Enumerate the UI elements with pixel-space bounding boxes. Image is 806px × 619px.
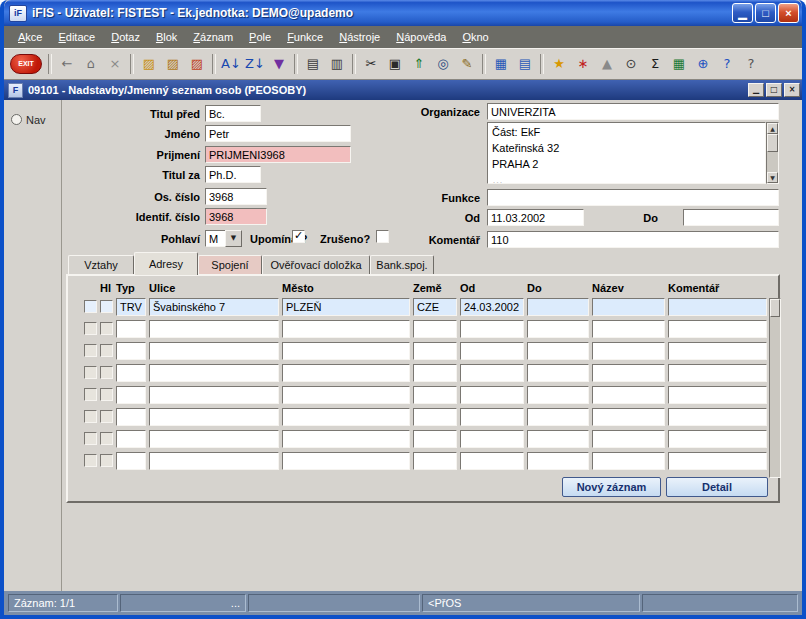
funkce-input[interactable]	[487, 189, 779, 206]
cell-typ[interactable]	[116, 364, 146, 382]
titul-za-input[interactable]: Ph.D.	[205, 166, 261, 183]
cell-typ[interactable]	[116, 452, 146, 470]
row-select-checkbox[interactable]	[84, 410, 97, 423]
list-view-icon[interactable]: ▤	[514, 53, 536, 75]
jmeno-input[interactable]: Petr	[205, 125, 351, 142]
cell-nazev[interactable]	[592, 364, 665, 382]
menu-item-blok[interactable]: Blok	[148, 28, 185, 46]
table-row[interactable]	[84, 342, 767, 360]
cell-ulice[interactable]	[149, 408, 279, 426]
print-setup-icon[interactable]: ▥	[326, 53, 348, 75]
help-icon[interactable]: ?	[716, 53, 738, 75]
copy-icon[interactable]: ▣	[384, 53, 406, 75]
cell-od[interactable]	[460, 430, 524, 448]
cell-nazev[interactable]	[592, 342, 665, 360]
tab-vztahy[interactable]: Vztahy	[68, 255, 134, 275]
cell-mesto[interactable]	[282, 430, 410, 448]
prijmeni-input[interactable]: PRIJMENI3968	[205, 146, 351, 163]
table-row[interactable]	[84, 386, 767, 404]
new-record-button[interactable]: Nový záznam	[562, 477, 661, 497]
table-row[interactable]: TRVŠvabinského 7PLZEŇCZE24.03.2002	[84, 298, 767, 316]
do-input[interactable]	[683, 209, 779, 226]
cell-od[interactable]	[460, 408, 524, 426]
cell-nazev[interactable]	[592, 408, 665, 426]
star-icon[interactable]: ★	[548, 53, 570, 75]
cell-mesto[interactable]	[282, 342, 410, 360]
tab-bank-spoj[interactable]: Bank.spoj.	[370, 255, 434, 275]
cell-typ[interactable]	[116, 342, 146, 360]
row-select-checkbox[interactable]	[84, 300, 97, 313]
cell-od[interactable]	[460, 452, 524, 470]
row-select-checkbox[interactable]	[84, 432, 97, 445]
hl-checkbox[interactable]	[100, 344, 113, 357]
zoom-icon[interactable]: ◎	[432, 53, 454, 75]
cell-zeme[interactable]	[413, 430, 457, 448]
cell-do[interactable]	[527, 364, 589, 382]
cell-komentar[interactable]	[668, 298, 767, 316]
grid-view-icon[interactable]: ▦	[490, 53, 512, 75]
delete-folder-icon[interactable]: ▨	[186, 53, 208, 75]
cell-komentar[interactable]	[668, 386, 767, 404]
cell-do[interactable]	[527, 408, 589, 426]
table-row[interactable]	[84, 364, 767, 382]
table-scrollbar[interactable]	[769, 298, 781, 478]
excel-icon[interactable]: ▦	[668, 53, 690, 75]
komentar-input[interactable]: 110	[487, 231, 779, 248]
scrollbar-thumb[interactable]	[767, 134, 778, 152]
tab-adresy[interactable]: Adresy	[134, 252, 198, 275]
hl-checkbox[interactable]	[100, 410, 113, 423]
cell-do[interactable]	[527, 386, 589, 404]
context-help-icon[interactable]: ?	[740, 53, 762, 75]
cell-typ[interactable]: TRV	[116, 298, 146, 316]
menu-item-zaznam[interactable]: Záznam	[185, 28, 241, 46]
cell-od[interactable]	[460, 320, 524, 338]
tab-spojeni[interactable]: Spojení	[198, 255, 262, 275]
menu-item-pole[interactable]: Pole	[241, 28, 279, 46]
cell-komentar[interactable]	[668, 430, 767, 448]
cell-typ[interactable]	[116, 408, 146, 426]
menu-item-dotaz[interactable]: Dotaz	[103, 28, 148, 46]
table-row[interactable]	[84, 430, 767, 448]
pohlavi-dropdown-button[interactable]: ▼	[225, 230, 242, 247]
menu-item-okno[interactable]: Okno	[454, 28, 496, 46]
cell-do[interactable]	[527, 430, 589, 448]
cell-zeme[interactable]	[413, 342, 457, 360]
cell-komentar[interactable]	[668, 452, 767, 470]
cell-ulice[interactable]	[149, 430, 279, 448]
cell-komentar[interactable]	[668, 320, 767, 338]
tab-overovaci-dolozka[interactable]: Ověřovací doložka	[262, 255, 370, 275]
cell-zeme[interactable]	[413, 452, 457, 470]
row-select-checkbox[interactable]	[84, 366, 97, 379]
home-icon[interactable]: ⌂	[80, 53, 102, 75]
menu-item-nastroje[interactable]: Nástroje	[331, 28, 388, 46]
open-folder-icon[interactable]: ▨	[138, 53, 160, 75]
cell-mesto[interactable]	[282, 386, 410, 404]
cell-zeme[interactable]	[413, 320, 457, 338]
hl-checkbox[interactable]	[100, 300, 113, 313]
form-close-button[interactable]: ×	[784, 83, 800, 97]
cell-od[interactable]	[460, 342, 524, 360]
cell-ulice[interactable]: Švabinského 7	[149, 298, 279, 316]
paste-icon[interactable]: ⇑	[408, 53, 430, 75]
scroll-down-icon[interactable]: ▼	[767, 172, 778, 183]
table-scrollbar-thumb[interactable]	[770, 299, 780, 317]
scrollbar-track[interactable]	[767, 152, 778, 172]
form-minimize-button[interactable]: ▁	[748, 83, 764, 97]
cell-zeme[interactable]	[413, 364, 457, 382]
identif-cislo-input[interactable]: 3968	[205, 208, 267, 225]
cell-komentar[interactable]	[668, 342, 767, 360]
os-cislo-input[interactable]: 3968	[205, 188, 267, 205]
sort-asc-icon[interactable]: A↓	[220, 53, 242, 75]
clear-record-icon[interactable]: ×	[104, 53, 126, 75]
table-row[interactable]	[84, 320, 767, 338]
cell-od[interactable]: 24.03.2002	[460, 298, 524, 316]
sort-desc-icon[interactable]: Z↓	[244, 53, 266, 75]
cell-ulice[interactable]	[149, 342, 279, 360]
menu-item-akce[interactable]: Akce	[10, 28, 50, 46]
globe-icon[interactable]: ⊕	[692, 53, 714, 75]
cell-ulice[interactable]	[149, 320, 279, 338]
row-select-checkbox[interactable]	[84, 388, 97, 401]
cell-ulice[interactable]	[149, 364, 279, 382]
cut-icon[interactable]: ✂	[360, 53, 382, 75]
edit-icon[interactable]: ✎	[456, 53, 478, 75]
